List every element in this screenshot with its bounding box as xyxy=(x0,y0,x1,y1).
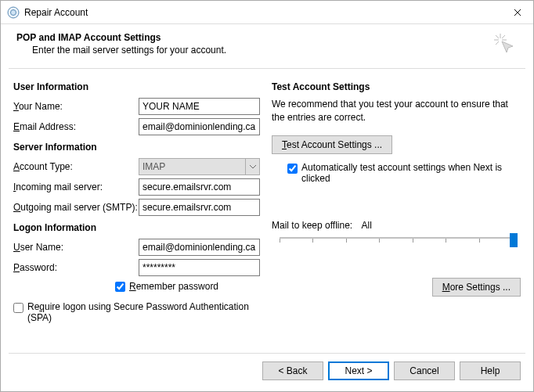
password-input[interactable] xyxy=(139,259,260,276)
incoming-server-input[interactable] xyxy=(139,178,260,196)
remember-password-label: Remember password xyxy=(129,281,218,292)
email-address-input[interactable] xyxy=(139,118,260,135)
user-information-heading: User Information xyxy=(13,81,262,92)
app-icon xyxy=(7,6,20,19)
user-name-input[interactable] xyxy=(139,239,260,256)
cancel-button[interactable]: Cancel xyxy=(394,361,455,380)
back-button[interactable]: < Back xyxy=(262,361,323,380)
email-address-label: Email Address: xyxy=(13,121,139,132)
auto-test-checkbox[interactable] xyxy=(287,164,298,174)
close-button[interactable] xyxy=(502,1,533,24)
slider-thumb[interactable] xyxy=(510,233,518,247)
more-settings-button[interactable]: More Settings ... xyxy=(432,278,521,297)
mail-keep-label: Mail to keep offline: xyxy=(272,220,352,231)
left-column: User Information Your Name: Email Addres… xyxy=(13,80,262,345)
mail-keep-slider[interactable] xyxy=(272,236,521,251)
account-type-label: Account Type: xyxy=(13,161,139,172)
titlebar: Repair Account xyxy=(1,1,533,24)
your-name-label: Your Name: xyxy=(13,101,139,112)
outgoing-server-label: Outgoing mail server (SMTP): xyxy=(13,202,139,213)
test-account-settings-button[interactable]: Test Account Settings ... xyxy=(272,135,392,154)
test-account-settings-heading: Test Account Settings xyxy=(272,81,521,92)
your-name-input[interactable] xyxy=(139,98,260,115)
cursor-star-icon xyxy=(493,32,518,57)
footer-buttons: < Back Next > Cancel Help xyxy=(1,354,533,391)
header: POP and IMAP Account Settings Enter the … xyxy=(1,24,533,62)
header-subtitle: Enter the mail server settings for your … xyxy=(16,45,493,56)
password-label: Password: xyxy=(13,262,139,273)
logon-information-heading: Logon Information xyxy=(13,222,262,233)
require-spa-label: Require logon using Secure Password Auth… xyxy=(27,301,262,323)
user-name-label: User Name: xyxy=(13,242,139,253)
server-information-heading: Server Information xyxy=(13,142,262,153)
repair-account-window: Repair Account POP and IMAP Account Sett… xyxy=(0,0,534,392)
require-spa-checkbox[interactable] xyxy=(13,303,23,313)
auto-test-label: Automatically test account settings when… xyxy=(301,162,521,184)
svg-point-1 xyxy=(11,9,16,15)
mail-keep-value: All xyxy=(362,220,372,231)
account-type-select xyxy=(139,158,260,175)
window-title: Repair Account xyxy=(24,7,502,18)
header-title: POP and IMAP Account Settings xyxy=(16,32,493,43)
mail-to-keep-offline: Mail to keep offline: All xyxy=(272,220,521,251)
recommend-text: We recommend that you test your account … xyxy=(272,98,521,124)
help-button[interactable]: Help xyxy=(460,361,521,380)
next-button[interactable]: Next > xyxy=(328,361,389,380)
content-area: User Information Your Name: Email Addres… xyxy=(1,69,533,353)
remember-password-checkbox[interactable] xyxy=(115,282,125,292)
incoming-server-label: Incoming mail server: xyxy=(13,182,139,192)
right-column: Test Account Settings We recommend that … xyxy=(272,80,521,345)
outgoing-server-input[interactable] xyxy=(139,199,260,216)
